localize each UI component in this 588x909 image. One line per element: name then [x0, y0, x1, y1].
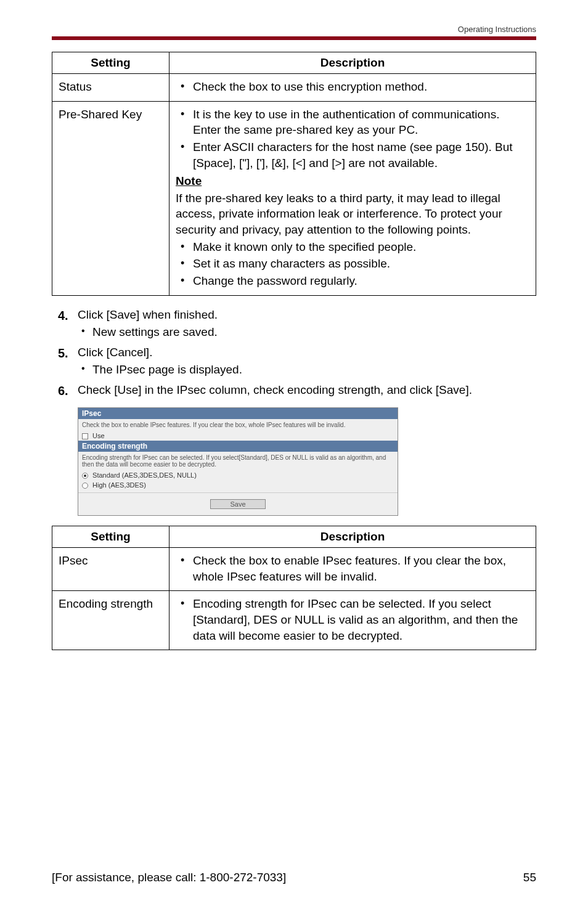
shot-header-ipsec: IPsec: [78, 408, 398, 419]
step-sub: The IPsec page is displayed.: [78, 362, 536, 378]
step-number: 5.: [58, 344, 68, 362]
step-text: Check [Use] in the IPsec column, check e…: [78, 383, 472, 396]
table-row: Pre-Shared Key It is the key to use in t…: [52, 101, 536, 295]
bullet: Make it known only to the specified peop…: [176, 239, 529, 255]
description-cell: It is the key to use in the authenticati…: [169, 101, 536, 295]
use-label: Use: [92, 432, 105, 439]
ipsec-screenshot: IPsec Check the box to enable IPsec feat…: [78, 407, 398, 516]
description-cell: Encoding strength for IPsec can be selec…: [169, 591, 536, 650]
bullet: Encoding strength for IPsec can be selec…: [176, 596, 529, 643]
shot-option-high: High (AES,3DES): [78, 480, 398, 490]
bullet: Enter ASCII characters for the host name…: [176, 139, 529, 171]
page: Operating Instructions Setting Descripti…: [0, 0, 588, 909]
header-rule: [52, 36, 536, 40]
setting-cell-preshared: Pre-Shared Key: [52, 101, 169, 295]
bullet: Change the password regularly.: [176, 273, 529, 289]
setting-cell-status: Status: [52, 74, 169, 102]
shot-use-row: Use: [78, 431, 398, 441]
step-6: 6. Check [Use] in the IPsec column, chec…: [52, 382, 536, 399]
radio-icon: [82, 473, 88, 479]
description-cell: Check the box to use this encryption met…: [169, 74, 536, 102]
shot-option-standard: Standard (AES,3DES,DES, NULL): [78, 470, 398, 480]
note-label: Note: [176, 173, 529, 189]
breadcrumb: Operating Instructions: [52, 25, 536, 34]
checkbox-icon: [82, 433, 88, 439]
page-number: 55: [523, 871, 536, 884]
table-header-setting: Setting: [52, 52, 169, 74]
bullet: It is the key to use in the authenticati…: [176, 107, 529, 138]
steps-list: 4. Click [Save] when finished. New setti…: [52, 307, 536, 399]
step-text: Click [Cancel].: [78, 346, 152, 359]
description-cell: Check the box to enable IPsec features. …: [169, 547, 536, 590]
table-header-description: Description: [169, 526, 536, 547]
bullet: Check the box to enable IPsec features. …: [176, 553, 529, 584]
radio-icon: [82, 483, 88, 489]
save-button: Save: [210, 499, 266, 509]
page-header: Operating Instructions: [52, 25, 536, 40]
bullet: Check the box to use this encryption met…: [176, 79, 529, 95]
step-number: 6.: [58, 382, 68, 399]
table-row: Status Check the box to use this encrypt…: [52, 74, 536, 102]
footer-assist: [For assistance, please call: 1-800-272-…: [52, 871, 286, 884]
note-paragraph: If the pre-shared key leaks to a third p…: [176, 190, 529, 238]
content: Setting Description Status Check the box…: [0, 37, 588, 686]
settings-table-2: Setting Description IPsec Check the box …: [52, 526, 536, 650]
page-footer: [For assistance, please call: 1-800-272-…: [52, 871, 536, 884]
bullet: Set it as many characters as possible.: [176, 256, 529, 272]
table-row: IPsec Check the box to enable IPsec feat…: [52, 547, 536, 590]
step-5: 5. Click [Cancel]. The IPsec page is dis…: [52, 344, 536, 378]
setting-cell-ipsec: IPsec: [52, 547, 169, 590]
table-row: Encoding strength Encoding strength for …: [52, 591, 536, 650]
option-high-label: High (AES,3DES): [92, 481, 146, 489]
shot-header-encoding: Encoding strength: [78, 441, 398, 452]
shot-desc: Check the box to enable IPsec features. …: [78, 419, 398, 431]
setting-cell-encoding: Encoding strength: [52, 591, 169, 650]
step-number: 4.: [58, 307, 68, 324]
step-4: 4. Click [Save] when finished. New setti…: [52, 307, 536, 341]
step-text: Click [Save] when finished.: [78, 308, 218, 321]
table-header-setting: Setting: [52, 526, 169, 547]
shot-enc-desc: Encoding strength for IPsec can be selec…: [78, 452, 398, 470]
step-sub: New settings are saved.: [78, 324, 536, 341]
shot-footer: Save: [78, 492, 398, 515]
table-header-description: Description: [169, 52, 536, 74]
settings-table-1: Setting Description Status Check the box…: [52, 52, 536, 296]
option-standard-label: Standard (AES,3DES,DES, NULL): [92, 471, 197, 479]
